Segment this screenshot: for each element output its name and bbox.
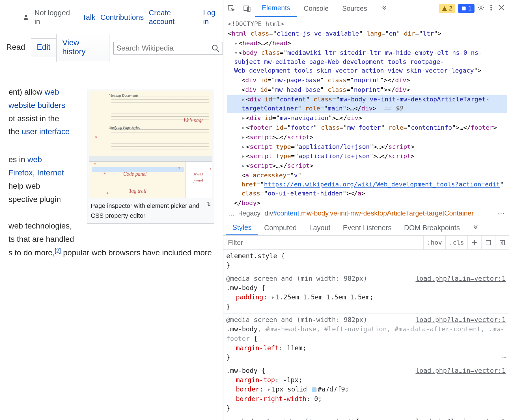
login-link[interactable]: Log in: [203, 8, 223, 26]
inspect-element-button[interactable]: [223, 0, 239, 17]
tab-console[interactable]: Console: [297, 0, 335, 17]
cls-toggle[interactable]: .cls: [445, 236, 467, 249]
tab-view-history[interactable]: View history: [56, 34, 109, 62]
css-rule[interactable]: load.php?la…in=vector:1@media screen and…: [223, 314, 509, 364]
svg-line-2: [217, 49, 219, 52]
dom-doctype[interactable]: <!DOCTYPE html>: [227, 19, 507, 29]
device-toolbar-button[interactable]: [239, 0, 255, 17]
subtab-styles[interactable]: Styles: [226, 220, 258, 235]
personal-tools: Not logged in Talk Contributions Create …: [0, 0, 223, 34]
breadcrumb-overflow-icon[interactable]: ⋯: [498, 209, 504, 217]
svg-rect-17: [486, 240, 491, 245]
svg-point-1: [212, 45, 217, 50]
new-style-rule-button[interactable]: [467, 236, 481, 249]
devtools-panel: Elements Console Sources 2 1 <!DOCTYPE h…: [223, 0, 509, 420]
warnings-badge[interactable]: 2: [439, 4, 455, 13]
dom-footer[interactable]: <footer id="footer" class="mw-footer" ro…: [227, 123, 507, 132]
dom-body-close[interactable]: </body>: [227, 198, 507, 206]
devtools-toolbar: Elements Console Sources 2 1: [223, 0, 509, 17]
tab-sources[interactable]: Sources: [335, 0, 374, 17]
link-internet[interactable]: Internet: [37, 168, 64, 177]
dom-content-selected[interactable]: ⋯<div id="content" class="mw-body ve-ini…: [227, 95, 507, 113]
tab-read[interactable]: Read: [1, 39, 31, 58]
search-input[interactable]: [117, 44, 211, 53]
mini-label-styles: styles panel: [188, 171, 208, 184]
thumbnail-image[interactable]: Viewing Documents Studying Page Styles W…: [89, 91, 212, 198]
svg-point-10: [491, 5, 492, 6]
computed-styles-button[interactable]: [481, 236, 495, 249]
css-rule[interactable]: load.php?la…in=vector:1.mw-body, #mw-dat…: [223, 415, 509, 420]
user-icon: [23, 14, 29, 21]
link-user-interface[interactable]: user interface: [22, 127, 70, 136]
reference-link[interactable]: [2]: [55, 247, 61, 254]
dom-tree[interactable]: <!DOCTYPE html> <html class="client-js v…: [223, 17, 509, 206]
article-body: Viewing Documents Studying Page Styles W…: [0, 80, 223, 265]
dom-body-open[interactable]: <body class="mediawiki ltr sitedir-ltr m…: [227, 48, 507, 76]
rule-source-link[interactable]: load.php?la…in=vector:1: [416, 315, 506, 325]
wikipedia-page-fragment: Not logged in Talk Contributions Create …: [0, 0, 223, 420]
subtab-layout[interactable]: Layout: [303, 220, 337, 235]
expand-icon[interactable]: [206, 201, 211, 207]
rule-options-icon[interactable]: ⋯: [502, 353, 507, 362]
dom-script1[interactable]: <script>…</script>: [227, 132, 507, 142]
contributions-link[interactable]: Contributions: [100, 13, 144, 22]
dom-script3[interactable]: <script type="application/ld+json">…</sc…: [227, 151, 507, 161]
dom-script4[interactable]: <script>…</script>: [227, 161, 507, 171]
create-account-link[interactable]: Create account: [149, 8, 198, 26]
toggle-sidebar-button[interactable]: [495, 236, 509, 249]
thumbnail-box: Viewing Documents Studying Page Styles W…: [87, 89, 214, 224]
styles-toolbar: :hov .cls: [223, 236, 509, 250]
tab-elements[interactable]: Elements: [255, 0, 297, 17]
dom-anchor[interactable]: <a accesskey="v" href="https://en.wikipe…: [227, 171, 507, 198]
subtab-event-listeners[interactable]: Event Listeners: [337, 220, 398, 235]
svg-point-12: [491, 9, 492, 10]
svg-point-11: [491, 7, 492, 8]
thumbnail-caption: Page inspector with element picker and C…: [91, 201, 204, 221]
css-rule[interactable]: element.style {}: [223, 250, 509, 272]
issues-badge[interactable]: 1: [458, 4, 475, 13]
link-firefox[interactable]: Firefox: [8, 168, 33, 177]
css-rule[interactable]: load.php?la…in=vector:1.mw-body {margin-…: [223, 364, 509, 415]
svg-point-0: [25, 15, 27, 17]
dom-headbase[interactable]: <div id="mw-head-base" class="noprint"><…: [227, 85, 507, 95]
subtabs-overflow[interactable]: [466, 220, 485, 235]
dom-navigation[interactable]: <div id="mw-navigation">…</div>: [227, 113, 507, 123]
settings-button[interactable]: [477, 4, 485, 13]
mini-label-webpage: Web-page: [184, 116, 204, 125]
styles-pane[interactable]: element.style {}load.php?la…in=vector:1@…: [223, 250, 509, 420]
dom-breadcrumb[interactable]: … -legacy div#content.mw-body.ve-init-mw…: [223, 206, 509, 220]
kebab-menu-button[interactable]: [488, 4, 495, 13]
subtab-dom-breakpoints[interactable]: DOM Breakpoints: [398, 220, 466, 235]
link-web2[interactable]: web: [27, 155, 42, 164]
close-devtools-button[interactable]: [498, 4, 505, 13]
css-rule[interactable]: load.php?la…in=vector:1@media screen and…: [223, 272, 509, 314]
talk-link[interactable]: Talk: [82, 13, 95, 22]
subtab-computed[interactable]: Computed: [258, 220, 303, 235]
tabs-overflow[interactable]: [374, 0, 395, 17]
svg-rect-8: [462, 6, 465, 10]
search-box[interactable]: [113, 42, 223, 55]
dom-head[interactable]: <head>…</head>: [227, 38, 507, 48]
link-web[interactable]: web: [45, 88, 59, 96]
page-tabs: Read Edit View history: [0, 34, 223, 62]
dom-pagebase[interactable]: <div id="mw-page-base" class="noprint"><…: [227, 75, 507, 85]
styles-subtabs: Styles Computed Layout Event Listeners D…: [223, 220, 509, 236]
dom-script2[interactable]: <script type="application/ld+json">…</sc…: [227, 142, 507, 152]
mini-label-code: Code panel: [123, 170, 147, 178]
rule-source-link[interactable]: load.php?la…in=vector:1: [416, 274, 506, 283]
not-logged-in-label: Not logged in: [34, 8, 77, 26]
svg-rect-19: [500, 240, 504, 245]
rule-source-link[interactable]: load.php?la…in=vector:1: [416, 366, 506, 375]
dom-html-open[interactable]: <html class="client-js ve-available" lan…: [227, 29, 507, 38]
rule-source-link[interactable]: load.php?la…in=vector:1: [416, 417, 506, 420]
tab-edit[interactable]: Edit: [31, 38, 56, 58]
styles-filter-input[interactable]: [223, 239, 423, 247]
link-website-builders[interactable]: website builders: [8, 101, 65, 110]
search-icon[interactable]: [211, 44, 220, 53]
svg-rect-7: [247, 7, 250, 11]
hov-toggle[interactable]: :hov: [423, 236, 445, 249]
svg-rect-6: [244, 6, 248, 10]
svg-point-9: [480, 6, 482, 8]
mini-label-tagtrail: Tag trail: [129, 187, 146, 195]
